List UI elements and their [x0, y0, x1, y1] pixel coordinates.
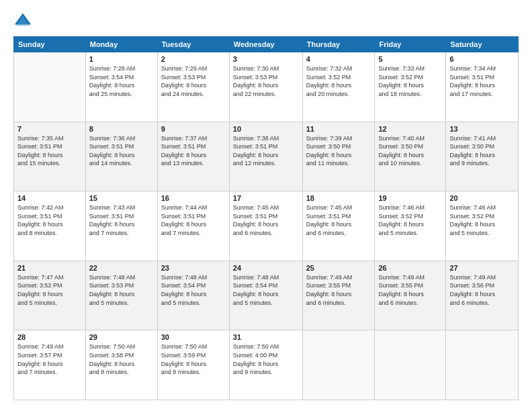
- day-number: 9: [161, 125, 226, 133]
- header: [13, 11, 519, 30]
- day-number: 19: [378, 194, 442, 202]
- day-number: 15: [89, 194, 154, 202]
- dow-header-saturday: Saturday: [446, 37, 519, 52]
- day-info: Sunrise: 7:49 AM Sunset: 3:55 PM Dayligh…: [306, 273, 371, 307]
- day-info: Sunrise: 7:35 AM Sunset: 3:51 PM Dayligh…: [17, 134, 82, 168]
- calendar-cell: 8Sunrise: 7:36 AM Sunset: 3:51 PM Daylig…: [85, 122, 157, 191]
- day-info: Sunrise: 7:41 AM Sunset: 3:50 PM Dayligh…: [449, 134, 515, 168]
- dow-header-wednesday: Wednesday: [229, 37, 302, 52]
- day-info: Sunrise: 7:28 AM Sunset: 3:54 PM Dayligh…: [89, 64, 154, 98]
- calendar-cell: 12Sunrise: 7:40 AM Sunset: 3:50 PM Dayli…: [375, 122, 446, 191]
- day-info: Sunrise: 7:46 AM Sunset: 3:52 PM Dayligh…: [378, 203, 442, 237]
- calendar-cell: 7Sunrise: 7:35 AM Sunset: 3:51 PM Daylig…: [14, 122, 86, 191]
- day-info: Sunrise: 7:50 AM Sunset: 4:00 PM Dayligh…: [233, 342, 299, 376]
- day-info: Sunrise: 7:50 AM Sunset: 3:58 PM Dayligh…: [89, 342, 154, 376]
- day-number: 29: [89, 333, 154, 341]
- day-info: Sunrise: 7:33 AM Sunset: 3:52 PM Dayligh…: [378, 64, 442, 98]
- calendar-cell: 17Sunrise: 7:45 AM Sunset: 3:51 PM Dayli…: [229, 191, 302, 261]
- day-number: 30: [161, 333, 226, 341]
- calendar-cell: 2Sunrise: 7:29 AM Sunset: 3:53 PM Daylig…: [157, 52, 229, 122]
- calendar-cell: 30Sunrise: 7:50 AM Sunset: 3:59 PM Dayli…: [157, 330, 229, 400]
- dow-header-friday: Friday: [375, 37, 446, 52]
- day-number: 11: [306, 125, 371, 133]
- day-info: Sunrise: 7:30 AM Sunset: 3:53 PM Dayligh…: [233, 64, 299, 98]
- day-info: Sunrise: 7:45 AM Sunset: 3:51 PM Dayligh…: [306, 203, 371, 237]
- calendar-cell: 5Sunrise: 7:33 AM Sunset: 3:52 PM Daylig…: [375, 52, 446, 122]
- day-info: Sunrise: 7:49 AM Sunset: 3:57 PM Dayligh…: [17, 342, 82, 376]
- calendar-cell: 10Sunrise: 7:38 AM Sunset: 3:51 PM Dayli…: [229, 122, 302, 191]
- day-info: Sunrise: 7:40 AM Sunset: 3:50 PM Dayligh…: [378, 134, 442, 168]
- day-info: Sunrise: 7:46 AM Sunset: 3:52 PM Dayligh…: [449, 203, 515, 237]
- day-number: 24: [233, 264, 299, 272]
- calendar-cell: [446, 330, 519, 400]
- calendar-cell: 23Sunrise: 7:48 AM Sunset: 3:54 PM Dayli…: [157, 261, 229, 330]
- day-info: Sunrise: 7:50 AM Sunset: 3:59 PM Dayligh…: [161, 342, 226, 376]
- calendar-cell: 6Sunrise: 7:34 AM Sunset: 3:51 PM Daylig…: [446, 52, 519, 122]
- day-info: Sunrise: 7:48 AM Sunset: 3:54 PM Dayligh…: [233, 273, 299, 307]
- calendar-body: 1Sunrise: 7:28 AM Sunset: 3:54 PM Daylig…: [14, 52, 519, 400]
- calendar-cell: 1Sunrise: 7:28 AM Sunset: 3:54 PM Daylig…: [85, 52, 157, 122]
- day-number: 3: [233, 55, 299, 63]
- calendar-cell: 26Sunrise: 7:49 AM Sunset: 3:55 PM Dayli…: [375, 261, 446, 330]
- calendar-cell: 28Sunrise: 7:49 AM Sunset: 3:57 PM Dayli…: [14, 330, 86, 400]
- calendar-table: SundayMondayTuesdayWednesdayThursdayFrid…: [13, 36, 519, 400]
- logo-icon: [13, 11, 32, 30]
- day-number: 21: [17, 264, 82, 272]
- day-number: 14: [17, 194, 82, 202]
- calendar-cell: 25Sunrise: 7:49 AM Sunset: 3:55 PM Dayli…: [302, 261, 375, 330]
- day-number: 12: [378, 125, 442, 133]
- week-row-2: 7Sunrise: 7:35 AM Sunset: 3:51 PM Daylig…: [14, 122, 519, 191]
- day-info: Sunrise: 7:44 AM Sunset: 3:51 PM Dayligh…: [161, 203, 226, 237]
- day-number: 17: [233, 194, 299, 202]
- calendar-cell: 19Sunrise: 7:46 AM Sunset: 3:52 PM Dayli…: [375, 191, 446, 261]
- calendar-cell: 20Sunrise: 7:46 AM Sunset: 3:52 PM Dayli…: [446, 191, 519, 261]
- calendar-cell: 21Sunrise: 7:47 AM Sunset: 3:52 PM Dayli…: [14, 261, 86, 330]
- calendar-cell: 3Sunrise: 7:30 AM Sunset: 3:53 PM Daylig…: [229, 52, 302, 122]
- day-number: 13: [449, 125, 515, 133]
- week-row-5: 28Sunrise: 7:49 AM Sunset: 3:57 PM Dayli…: [14, 330, 519, 400]
- day-number: 7: [17, 125, 82, 133]
- calendar-cell: 27Sunrise: 7:49 AM Sunset: 3:56 PM Dayli…: [446, 261, 519, 330]
- logo: [13, 11, 35, 30]
- day-number: 6: [449, 55, 515, 63]
- day-number: 18: [306, 194, 371, 202]
- dow-header-thursday: Thursday: [302, 37, 375, 52]
- day-info: Sunrise: 7:32 AM Sunset: 3:52 PM Dayligh…: [306, 64, 371, 98]
- week-row-4: 21Sunrise: 7:47 AM Sunset: 3:52 PM Dayli…: [14, 261, 519, 330]
- day-number: 16: [161, 194, 226, 202]
- calendar-cell: 24Sunrise: 7:48 AM Sunset: 3:54 PM Dayli…: [229, 261, 302, 330]
- calendar-cell: 15Sunrise: 7:43 AM Sunset: 3:51 PM Dayli…: [85, 191, 157, 261]
- day-number: 26: [378, 264, 442, 272]
- calendar-cell: 18Sunrise: 7:45 AM Sunset: 3:51 PM Dayli…: [302, 191, 375, 261]
- day-info: Sunrise: 7:42 AM Sunset: 3:51 PM Dayligh…: [17, 203, 82, 237]
- calendar-cell: [14, 52, 86, 122]
- calendar-cell: [302, 330, 375, 400]
- day-number: 25: [306, 264, 371, 272]
- day-number: 28: [17, 333, 82, 341]
- calendar-cell: 16Sunrise: 7:44 AM Sunset: 3:51 PM Dayli…: [157, 191, 229, 261]
- day-info: Sunrise: 7:37 AM Sunset: 3:51 PM Dayligh…: [161, 134, 226, 168]
- day-number: 2: [161, 55, 226, 63]
- day-number: 5: [378, 55, 442, 63]
- dow-header-tuesday: Tuesday: [157, 37, 229, 52]
- day-info: Sunrise: 7:48 AM Sunset: 3:53 PM Dayligh…: [89, 273, 154, 307]
- day-info: Sunrise: 7:49 AM Sunset: 3:56 PM Dayligh…: [449, 273, 515, 307]
- day-number: 1: [89, 55, 154, 63]
- day-number: 22: [89, 264, 154, 272]
- calendar-cell: 29Sunrise: 7:50 AM Sunset: 3:58 PM Dayli…: [85, 330, 157, 400]
- dow-header-sunday: Sunday: [14, 37, 86, 52]
- day-info: Sunrise: 7:36 AM Sunset: 3:51 PM Dayligh…: [89, 134, 154, 168]
- day-number: 10: [233, 125, 299, 133]
- day-info: Sunrise: 7:47 AM Sunset: 3:52 PM Dayligh…: [17, 273, 82, 307]
- week-row-3: 14Sunrise: 7:42 AM Sunset: 3:51 PM Dayli…: [14, 191, 519, 261]
- day-info: Sunrise: 7:29 AM Sunset: 3:53 PM Dayligh…: [161, 64, 226, 98]
- dow-header-monday: Monday: [85, 37, 157, 52]
- day-number: 31: [233, 333, 299, 341]
- day-info: Sunrise: 7:34 AM Sunset: 3:51 PM Dayligh…: [449, 64, 515, 98]
- day-info: Sunrise: 7:45 AM Sunset: 3:51 PM Dayligh…: [233, 203, 299, 237]
- day-info: Sunrise: 7:49 AM Sunset: 3:55 PM Dayligh…: [378, 273, 442, 307]
- day-number: 8: [89, 125, 154, 133]
- day-info: Sunrise: 7:43 AM Sunset: 3:51 PM Dayligh…: [89, 203, 154, 237]
- day-number: 23: [161, 264, 226, 272]
- calendar-cell: 11Sunrise: 7:39 AM Sunset: 3:50 PM Dayli…: [302, 122, 375, 191]
